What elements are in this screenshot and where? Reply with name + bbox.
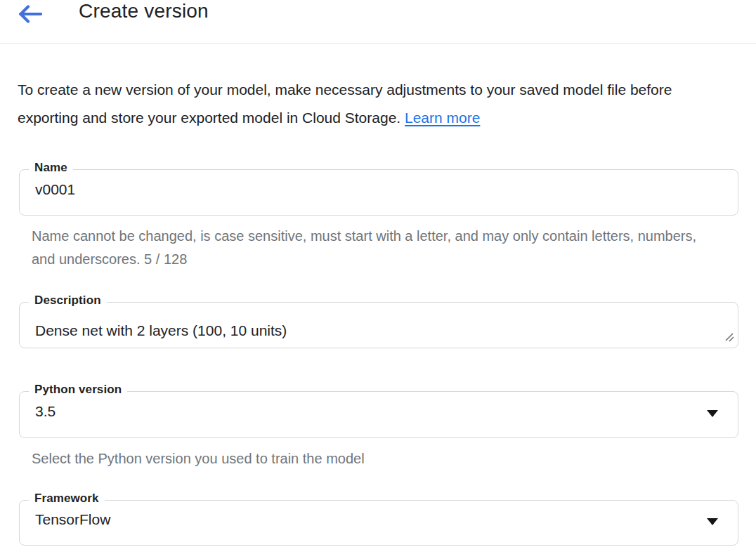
- python-version-value: 3.5: [20, 392, 738, 420]
- framework-value: TensorFlow: [20, 501, 738, 528]
- learn-more-link[interactable]: Learn more: [405, 110, 480, 126]
- main-content: To create a new version of your model, m…: [0, 76, 756, 546]
- arrow-left-icon: [17, 4, 42, 25]
- python-version-label: Python version: [29, 383, 127, 396]
- dropdown-caret-icon: [707, 410, 718, 417]
- description-field: Description Dense net with 2 layers (100…: [19, 302, 738, 348]
- description-input[interactable]: Dense net with 2 layers (100, 10 units): [20, 303, 738, 348]
- description-field-label: Description: [29, 294, 107, 307]
- name-input[interactable]: [20, 170, 738, 215]
- name-helper-text: Name cannot be changed, is case sensitiv…: [32, 225, 710, 271]
- framework-label: Framework: [29, 492, 105, 505]
- dropdown-caret-icon: [707, 518, 718, 525]
- name-field-label: Name: [29, 162, 73, 174]
- page-header: Create version: [0, 0, 756, 44]
- intro-text-body: To create a new version of your model, m…: [18, 81, 672, 126]
- python-version-helper-text: Select the Python version you used to tr…: [32, 447, 710, 470]
- page-title: Create version: [79, 0, 209, 25]
- back-button[interactable]: [17, 4, 42, 25]
- framework-select[interactable]: Framework TensorFlow: [19, 500, 738, 546]
- intro-text: To create a new version of your model, m…: [18, 76, 729, 132]
- name-field: Name: [19, 169, 738, 216]
- python-version-select[interactable]: Python version 3.5: [19, 391, 738, 438]
